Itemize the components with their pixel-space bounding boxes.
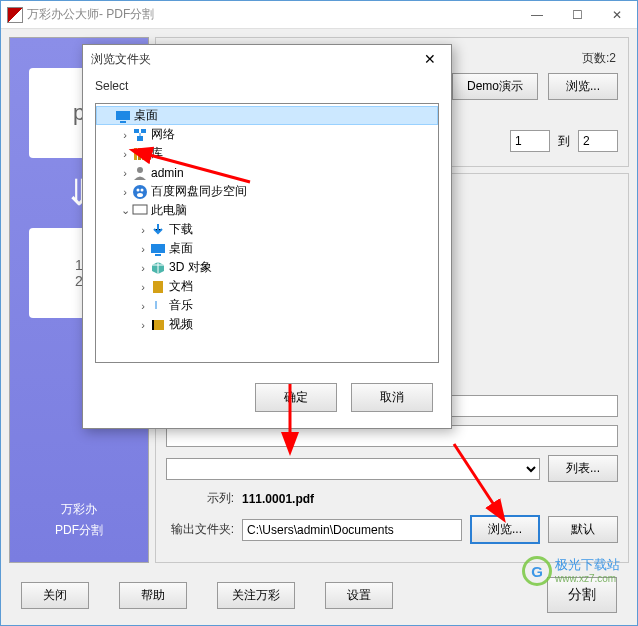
dialog-close-button[interactable]: ✕ — [417, 49, 443, 69]
maximize-button[interactable]: ☐ — [557, 1, 597, 29]
download-icon — [150, 222, 166, 238]
expand-toggle-icon[interactable]: › — [118, 167, 132, 179]
pc-icon — [132, 203, 148, 219]
svg-rect-19 — [153, 281, 163, 293]
page-from-input[interactable] — [510, 130, 550, 152]
tree-item-label: 百度网盘同步空间 — [151, 183, 247, 200]
svg-point-13 — [137, 193, 143, 197]
watermark-icon: G — [522, 556, 552, 586]
tree-item-网络[interactable]: ›网络 — [96, 125, 438, 144]
format-select[interactable] — [166, 458, 540, 480]
tree-item-label: 网络 — [151, 126, 175, 143]
tree-item-库[interactable]: ›库 — [96, 144, 438, 163]
tree-item-label: 桌面 — [134, 107, 158, 124]
watermark-cn: 极光下载站 — [555, 558, 620, 572]
tree-item-百度网盘同步空间[interactable]: ›百度网盘同步空间 — [96, 182, 438, 201]
svg-rect-7 — [138, 148, 141, 160]
tree-item-文档[interactable]: ›文档 — [96, 277, 438, 296]
network-icon — [132, 127, 148, 143]
tree-item-3D 对象[interactable]: ›3D 对象 — [96, 258, 438, 277]
tree-item-label: 桌面 — [169, 240, 193, 257]
baidu-icon — [132, 184, 148, 200]
doc-icon — [150, 279, 166, 295]
dialog-subtitle: Select — [83, 73, 451, 103]
tree-item-桌面[interactable]: ›桌面 — [96, 239, 438, 258]
svg-rect-2 — [134, 129, 139, 133]
svg-rect-14 — [133, 205, 147, 214]
expand-toggle-icon[interactable]: › — [118, 148, 132, 160]
3d-icon — [150, 260, 166, 276]
app-icon — [7, 7, 23, 23]
dialog-button-row: 确定 取消 — [83, 363, 451, 428]
svg-rect-8 — [142, 148, 145, 160]
settings-button[interactable]: 设置 — [325, 582, 393, 609]
svg-rect-0 — [116, 111, 130, 120]
default-button[interactable]: 默认 — [548, 516, 618, 543]
tree-item-label: 音乐 — [169, 297, 193, 314]
dialog-title-bar: 浏览文件夹 ✕ — [83, 45, 451, 73]
cancel-button[interactable]: 取消 — [351, 383, 433, 412]
video-icon — [150, 317, 166, 333]
page-to-input[interactable] — [578, 130, 618, 152]
tree-item-音乐[interactable]: ›音乐 — [96, 296, 438, 315]
dialog-title: 浏览文件夹 — [91, 51, 417, 68]
window-title: 万彩办公大师- PDF分割 — [27, 6, 517, 23]
output-folder-input[interactable] — [242, 519, 462, 541]
svg-point-11 — [137, 188, 140, 191]
tree-item-下载[interactable]: ›下载 — [96, 220, 438, 239]
tree-item-label: 此电脑 — [151, 202, 187, 219]
page-count-label: 页数: — [582, 51, 609, 65]
example-label: 示列: — [166, 490, 234, 507]
tree-item-label: 文档 — [169, 278, 193, 295]
music-icon — [150, 298, 166, 314]
close-button[interactable]: 关闭 — [21, 582, 89, 609]
about-button[interactable]: 关注万彩 — [217, 582, 295, 609]
svg-rect-1 — [120, 121, 126, 123]
svg-point-12 — [141, 188, 144, 191]
tree-item-admin[interactable]: ›admin — [96, 163, 438, 182]
svg-rect-18 — [155, 254, 161, 256]
tree-item-label: admin — [151, 166, 184, 180]
expand-toggle-icon[interactable]: › — [118, 186, 132, 198]
svg-point-9 — [137, 167, 143, 173]
expand-toggle-icon[interactable]: › — [136, 224, 150, 236]
window-close-button[interactable]: ✕ — [597, 1, 637, 29]
watermark-text: 极光下载站 www.xz7.com — [555, 558, 620, 583]
example-value: 111.0001.pdf — [242, 492, 314, 506]
user-icon — [132, 165, 148, 181]
browse-file-button[interactable]: 浏览... — [548, 73, 618, 100]
expand-toggle-icon[interactable]: › — [136, 319, 150, 331]
watermark-url: www.xz7.com — [555, 573, 620, 584]
brand-line1: 万彩办 — [55, 499, 103, 521]
tree-item-此电脑[interactable]: ⌄此电脑 — [96, 201, 438, 220]
expand-toggle-icon[interactable]: › — [118, 129, 132, 141]
output-folder-label: 输出文件夹: — [166, 521, 234, 538]
tree-item-视频[interactable]: ›视频 — [96, 315, 438, 334]
svg-rect-6 — [134, 148, 137, 160]
browse-folder-button[interactable]: 浏览... — [470, 515, 540, 544]
expand-toggle-icon[interactable]: › — [136, 281, 150, 293]
watermark: G 极光下载站 www.xz7.com — [522, 556, 620, 586]
tree-item-label: 3D 对象 — [169, 259, 212, 276]
svg-rect-25 — [152, 320, 154, 330]
expand-toggle-icon[interactable]: › — [136, 243, 150, 255]
svg-rect-4 — [137, 136, 143, 141]
title-bar: 万彩办公大师- PDF分割 — ☐ ✕ — [1, 1, 637, 29]
desktop-icon — [150, 241, 166, 257]
tree-item-label: 视频 — [169, 316, 193, 333]
expand-toggle-icon[interactable]: ⌄ — [118, 204, 132, 217]
folder-tree[interactable]: 桌面›网络›库›admin›百度网盘同步空间⌄此电脑›下载›桌面›3D 对象›文… — [95, 103, 439, 363]
tree-item-桌面[interactable]: 桌面 — [96, 106, 438, 125]
tree-item-label: 库 — [151, 145, 163, 162]
page-to-label: 到 — [558, 133, 570, 150]
minimize-button[interactable]: — — [517, 1, 557, 29]
brand-label: 万彩办 PDF分割 — [55, 499, 103, 542]
expand-toggle-icon[interactable]: › — [136, 300, 150, 312]
ok-button[interactable]: 确定 — [255, 383, 337, 412]
list-button[interactable]: 列表... — [548, 455, 618, 482]
help-button[interactable]: 帮助 — [119, 582, 187, 609]
demo-button[interactable]: Demo演示 — [452, 73, 538, 100]
page-count-value: 2 — [609, 51, 616, 65]
expand-toggle-icon[interactable]: › — [136, 262, 150, 274]
desktop-icon — [115, 108, 131, 124]
